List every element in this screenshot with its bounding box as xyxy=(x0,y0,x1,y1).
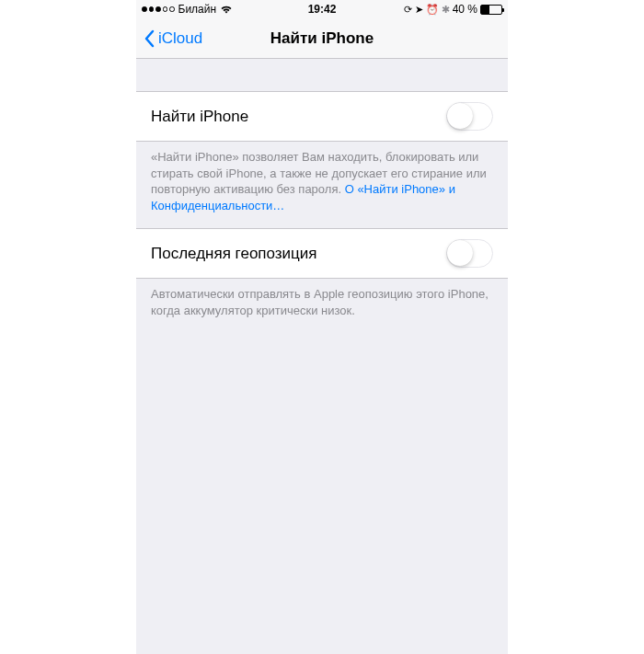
last-location-toggle[interactable] xyxy=(446,239,493,268)
back-button[interactable]: iCloud xyxy=(144,29,202,48)
alarm-icon: ⏰ xyxy=(426,4,439,16)
last-location-label: Последняя геопозиция xyxy=(151,245,317,263)
find-iphone-toggle[interactable] xyxy=(446,102,493,131)
orientation-lock-icon: ⟳ xyxy=(404,4,412,16)
nav-bar: iCloud Найти iPhone xyxy=(136,18,508,59)
status-right: ⟳ ➤ ⏰ ✱ 40 % xyxy=(404,3,502,16)
signal-strength-icon xyxy=(142,6,175,12)
chevron-left-icon xyxy=(144,29,155,48)
device-frame: Билайн 19:42 ⟳ ➤ ⏰ ✱ 40 % iCloud Найти i… xyxy=(136,0,508,654)
back-label: iCloud xyxy=(158,29,202,48)
status-bar: Билайн 19:42 ⟳ ➤ ⏰ ✱ 40 % xyxy=(136,0,508,18)
bluetooth-icon: ✱ xyxy=(442,4,450,16)
spacer xyxy=(136,59,508,91)
battery-icon xyxy=(480,5,502,15)
content-area: Найти iPhone «Найти iPhone» позволяет Ва… xyxy=(136,59,508,654)
wifi-icon xyxy=(220,5,233,14)
battery-percent: 40 % xyxy=(453,3,477,16)
location-icon: ➤ xyxy=(415,4,423,16)
find-iphone-footer: «Найти iPhone» позволяет Вам находить, б… xyxy=(136,142,508,228)
carrier-label: Билайн xyxy=(178,3,217,16)
find-iphone-row: Найти iPhone xyxy=(136,91,508,142)
status-time: 19:42 xyxy=(308,3,337,16)
last-location-row: Последняя геопозиция xyxy=(136,228,508,279)
page-title: Найти iPhone xyxy=(270,29,374,48)
last-location-footer-text: Автоматически отправлять в Apple геопози… xyxy=(151,287,489,317)
toggle-knob xyxy=(447,103,473,129)
find-iphone-label: Найти iPhone xyxy=(151,108,248,126)
toggle-knob xyxy=(447,240,473,266)
last-location-footer: Автоматически отправлять в Apple геопози… xyxy=(136,279,508,333)
status-left: Билайн xyxy=(142,3,233,16)
